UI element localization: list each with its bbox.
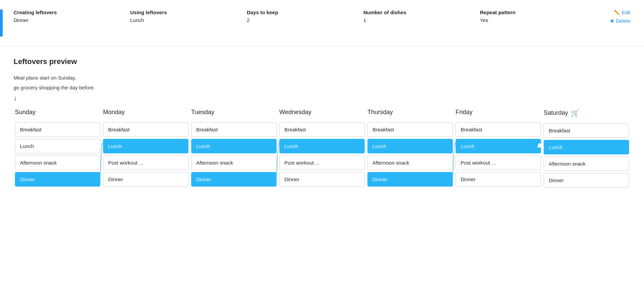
delete-icon: ✖	[610, 18, 614, 24]
rule-field-1: Using leftovers Lunch	[130, 9, 247, 23]
rule-fields: Creating leftovers Dinner Using leftover…	[14, 9, 597, 23]
meal-slot-saturday-2[interactable]: Afternoon snack	[544, 156, 629, 171]
meal-slot-sunday-2[interactable]: Afternoon snack	[15, 155, 100, 170]
rule-field-label-2: Days to keep	[247, 9, 363, 15]
meal-slot-tuesday-3[interactable]: Dinner	[191, 172, 277, 187]
meal-slot-sunday-0[interactable]: Breakfast	[15, 122, 100, 137]
meal-slot-wednesday-1[interactable]: Lunch	[279, 139, 365, 153]
day-header-tuesday: Tuesday	[190, 109, 278, 116]
meal-slot-thursday-3[interactable]: Dinner	[367, 172, 453, 187]
meal-slot-friday-2[interactable]: Post workout ...	[456, 155, 541, 170]
rule-field-0: Creating leftovers Dinner	[14, 9, 130, 23]
day-header-friday: Friday	[454, 109, 542, 116]
day-col-monday: MondayBreakfastLunchPost workout ...Dinn…	[102, 109, 190, 189]
rule-field-label-1: Using leftovers	[130, 9, 247, 15]
day-header-wednesday: Wednesday	[278, 109, 366, 116]
preview-section: Leftovers preview Meal plans start on Su…	[0, 46, 644, 199]
cart-icon: 🛒	[571, 109, 579, 117]
day-col-friday: FridayBreakfastLunchPost workout ...Dinn…	[454, 109, 542, 189]
edit-label: Edit	[622, 9, 630, 15]
meal-slot-tuesday-0[interactable]: Breakfast	[191, 122, 277, 137]
day-col-saturday: Saturday🛒BreakfastLunchAfternoon snackDi…	[542, 109, 630, 189]
calendar: SundayBreakfastLunchAfternoon snackDinne…	[14, 109, 630, 189]
meal-slot-monday-3[interactable]: Dinner	[103, 172, 188, 187]
meal-slot-friday-0[interactable]: Breakfast	[456, 122, 541, 137]
meal-slot-wednesday-0[interactable]: Breakfast	[279, 122, 365, 137]
preview-title: Leftovers preview	[14, 57, 630, 66]
delete-label: Delete	[616, 18, 630, 24]
rule-field-value-1: Lunch	[130, 17, 247, 23]
day-col-tuesday: TuesdayBreakfastLunchAfternoon snackDinn…	[190, 109, 278, 189]
meal-slot-thursday-1[interactable]: Lunch	[367, 139, 453, 153]
meal-slot-monday-0[interactable]: Breakfast	[103, 122, 188, 137]
rule-field-label-4: Repeat pattern	[480, 9, 597, 15]
rule-field-3: Number of dishes 1	[363, 9, 480, 23]
rule-field-4: Repeat pattern Yes	[480, 9, 597, 23]
rule-field-label-3: Number of dishes	[363, 9, 480, 15]
rule-field-value-0: Dinner	[14, 17, 130, 23]
meal-slot-wednesday-3[interactable]: Dinner	[279, 172, 365, 187]
day-header-saturday: Saturday🛒	[542, 109, 630, 117]
rule-field-label-0: Creating leftovers	[14, 9, 130, 15]
edit-link[interactable]: ✏️ Edit	[614, 9, 630, 15]
day-col-thursday: ThursdayBreakfastLunchAfternoon snackDin…	[366, 109, 454, 189]
meal-slot-sunday-1[interactable]: Lunch	[15, 139, 100, 153]
meal-slot-saturday-1[interactable]: Lunch	[544, 140, 629, 154]
delete-link[interactable]: ✖ Delete	[610, 18, 630, 24]
meal-slot-sunday-3[interactable]: Dinner	[15, 172, 100, 187]
day-col-wednesday: WednesdayBreakfastLunchPost workout ...D…	[278, 109, 366, 189]
edit-icon: ✏️	[614, 10, 620, 15]
day-header-sunday: Sunday	[14, 109, 102, 116]
meal-slot-tuesday-1[interactable]: Lunch	[191, 139, 277, 153]
rule-field-value-4: Yes	[480, 17, 597, 23]
meal-slot-friday-3[interactable]: Dinner	[456, 172, 541, 187]
preview-note-line2: go grocery shopping the day before.	[14, 84, 630, 92]
meal-slot-tuesday-2[interactable]: Afternoon snack	[191, 155, 277, 170]
meal-slot-monday-1[interactable]: Lunch	[103, 139, 188, 153]
rule-field-value-2: 2	[247, 17, 363, 23]
rule-actions: ✏️ Edit ✖ Delete	[597, 9, 630, 24]
calendar-wrapper: SundayBreakfastLunchAfternoon snackDinne…	[14, 109, 630, 189]
meal-slot-thursday-2[interactable]: Afternoon snack	[367, 155, 453, 170]
day-header-thursday: Thursday	[366, 109, 454, 116]
meal-slot-saturday-0[interactable]: Breakfast	[544, 123, 629, 138]
arrow-down: ↓	[14, 94, 630, 102]
meal-slot-friday-1[interactable]: Lunch	[456, 139, 541, 153]
day-col-sunday: SundayBreakfastLunchAfternoon snackDinne…	[14, 109, 102, 189]
meal-slot-monday-2[interactable]: Post workout ...	[103, 155, 188, 170]
rule-card-bar	[0, 9, 3, 37]
preview-note-line1: Meal plans start on Sunday,	[14, 74, 630, 82]
page: Creating leftovers Dinner Using leftover…	[0, 0, 644, 298]
day-header-monday: Monday	[102, 109, 190, 116]
meal-slot-saturday-3[interactable]: Dinner	[544, 173, 629, 188]
rule-field-2: Days to keep 2	[247, 9, 363, 23]
rule-field-value-3: 1	[363, 17, 480, 23]
meal-slot-thursday-0[interactable]: Breakfast	[367, 122, 453, 137]
meal-slot-wednesday-2[interactable]: Post workout ...	[279, 155, 365, 170]
rule-card: Creating leftovers Dinner Using leftover…	[0, 0, 644, 46]
